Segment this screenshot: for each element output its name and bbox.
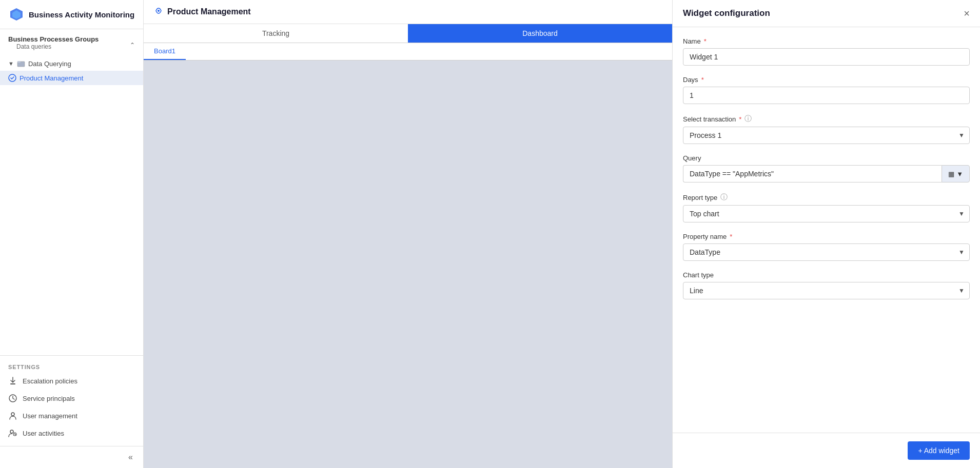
settings-item-label: Escalation policies bbox=[23, 377, 77, 385]
panel-close-button[interactable]: × bbox=[964, 8, 970, 18]
settings-item-label: Service principals bbox=[23, 395, 75, 402]
tree-folder-label: Data Querying bbox=[28, 60, 71, 68]
add-widget-button[interactable]: + Add widget bbox=[908, 441, 970, 460]
svg-point-12 bbox=[158, 10, 160, 12]
panel-footer: + Add widget bbox=[673, 433, 980, 468]
report-type-group: Report type ⓘ Top chart Bar chart Line c… bbox=[683, 193, 970, 222]
panel-title: Widget configuration bbox=[683, 8, 770, 18]
main-content: Product Management Tracking Dashboard Bo… bbox=[144, 0, 672, 468]
query-action-button[interactable]: ▦ ▼ bbox=[942, 165, 970, 182]
days-label: Days * bbox=[683, 76, 970, 84]
section-header[interactable]: Business Processes Groups Data queries ⌃ bbox=[0, 29, 143, 56]
tree-item-label: Product Management bbox=[19, 74, 83, 82]
user-activities-icon bbox=[8, 429, 17, 438]
report-type-dropdown[interactable]: Top chart Bar chart Line chart Pie chart bbox=[683, 205, 970, 222]
report-type-wrapper: Top chart Bar chart Line chart Pie chart… bbox=[683, 205, 970, 222]
query-row: ▦ ▼ bbox=[683, 165, 970, 182]
settings-item-label: User activities bbox=[23, 430, 64, 437]
folder-icon bbox=[17, 59, 25, 68]
section-subtitle: Data queries bbox=[8, 43, 99, 54]
service-principals-icon bbox=[8, 394, 17, 403]
chart-type-wrapper: Line Bar Area ▼ bbox=[683, 282, 970, 299]
tree-folder-data-querying[interactable]: ▼ Data Querying bbox=[0, 56, 143, 71]
query-input[interactable] bbox=[683, 165, 942, 182]
select-transaction-label: Select transaction * ⓘ bbox=[683, 114, 970, 124]
collapse-sidebar-button[interactable]: « bbox=[126, 451, 135, 464]
app-logo-icon bbox=[8, 6, 25, 23]
main-body bbox=[144, 60, 672, 468]
app-title: Business Activity Monitoring bbox=[29, 10, 134, 19]
select-transaction-dropdown[interactable]: Process 1 bbox=[683, 127, 970, 144]
property-name-group: Property name * DataType ▼ bbox=[683, 233, 970, 261]
chevron-down-icon: ▼ bbox=[8, 60, 14, 67]
property-name-label: Property name * bbox=[683, 233, 970, 240]
chart-type-group: Chart type Line Bar Area ▼ bbox=[683, 271, 970, 299]
settings-label: SETTINGS bbox=[0, 360, 143, 372]
report-type-label: Report type ⓘ bbox=[683, 193, 970, 202]
main-header: Product Management bbox=[144, 0, 672, 24]
svg-point-8 bbox=[10, 430, 13, 433]
name-label: Name * bbox=[683, 37, 970, 45]
query-label: Query bbox=[683, 154, 970, 162]
panel-body: Name * Days * Select transaction * ⓘ Pro… bbox=[673, 27, 980, 433]
report-type-info-icon[interactable]: ⓘ bbox=[720, 193, 728, 202]
days-input[interactable] bbox=[683, 87, 970, 104]
query-field-group: Query ▦ ▼ bbox=[683, 154, 970, 182]
settings-item-label: User management bbox=[23, 412, 77, 420]
process-icon bbox=[8, 74, 16, 82]
escalation-icon bbox=[8, 376, 17, 385]
query-chevron-icon: ▼ bbox=[956, 170, 963, 178]
property-name-wrapper: DataType ▼ bbox=[683, 243, 970, 261]
select-transaction-group: Select transaction * ⓘ Process 1 ▼ bbox=[683, 114, 970, 144]
transaction-info-icon[interactable]: ⓘ bbox=[744, 114, 752, 124]
tab-tracking[interactable]: Tracking bbox=[144, 24, 408, 43]
sidebar: Business Activity Monitoring Business Pr… bbox=[0, 0, 144, 468]
chart-type-label: Chart type bbox=[683, 271, 970, 279]
sidebar-tree: ▼ Data Querying Product Management bbox=[0, 56, 143, 355]
process-header-icon bbox=[154, 6, 163, 17]
board-tab-board1[interactable]: Board1 bbox=[144, 43, 186, 60]
sidebar-item-user-activities[interactable]: User activities bbox=[0, 424, 143, 442]
board-bar: Board1 bbox=[144, 43, 672, 60]
chevron-up-icon: ⌃ bbox=[130, 42, 135, 49]
tab-dashboard[interactable]: Dashboard bbox=[408, 24, 672, 43]
select-transaction-wrapper: Process 1 ▼ bbox=[683, 127, 970, 144]
app-header: Business Activity Monitoring bbox=[0, 0, 143, 29]
days-required-indicator: * bbox=[701, 76, 704, 84]
tabs-bar: Tracking Dashboard bbox=[144, 24, 672, 43]
sidebar-item-escalation[interactable]: Escalation policies bbox=[0, 372, 143, 390]
chart-type-dropdown[interactable]: Line Bar Area bbox=[683, 282, 970, 299]
transaction-required-indicator: * bbox=[739, 115, 741, 123]
svg-rect-5 bbox=[10, 383, 15, 384]
sidebar-footer: « bbox=[0, 446, 143, 468]
sidebar-settings: SETTINGS Escalation policies Service pri… bbox=[0, 355, 143, 446]
user-management-icon bbox=[8, 411, 17, 420]
name-required-indicator: * bbox=[704, 37, 707, 45]
days-field-group: Days * bbox=[683, 76, 970, 104]
sidebar-item-service-principals[interactable]: Service principals bbox=[0, 390, 143, 407]
section-title: Business Processes Groups bbox=[8, 35, 99, 43]
panel-header: Widget configuration × bbox=[673, 0, 980, 27]
query-expand-icon: ▦ bbox=[948, 170, 954, 178]
tree-item-product-management[interactable]: Product Management bbox=[0, 71, 143, 85]
main-header-title: Product Management bbox=[167, 7, 251, 16]
name-input[interactable] bbox=[683, 48, 970, 66]
name-field-group: Name * bbox=[683, 37, 970, 66]
widget-config-panel: Widget configuration × Name * Days * Sel… bbox=[672, 0, 980, 468]
property-name-dropdown[interactable]: DataType bbox=[683, 243, 970, 261]
property-required-indicator: * bbox=[730, 233, 732, 240]
svg-point-7 bbox=[11, 413, 14, 416]
sidebar-item-user-management[interactable]: User management bbox=[0, 407, 143, 424]
svg-rect-3 bbox=[17, 61, 21, 63]
svg-line-11 bbox=[15, 434, 16, 435]
